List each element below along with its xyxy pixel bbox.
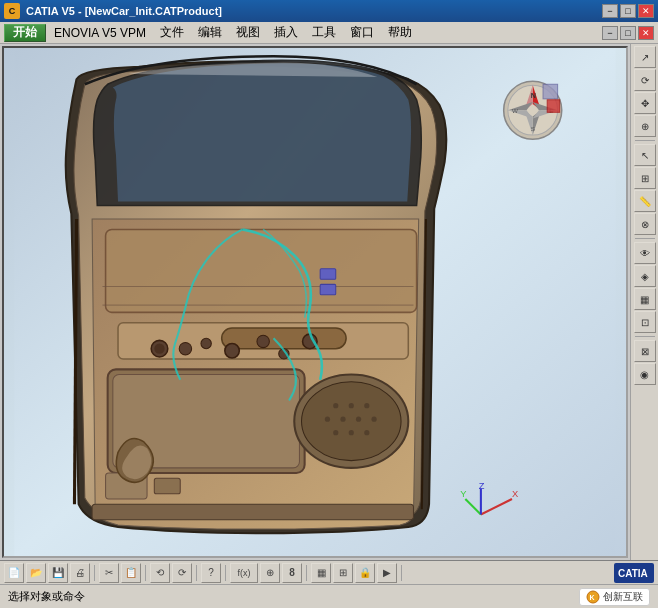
rtool-multi[interactable]: ⊞ (634, 167, 656, 189)
rtool-wire[interactable]: ⊡ (634, 311, 656, 333)
title-bar-text: CATIA V5 - [NewCar_Init.CATProduct] (26, 5, 602, 17)
rtool-select[interactable]: ↖ (634, 144, 656, 166)
btool-grid[interactable]: ▦ (311, 563, 331, 583)
viewport[interactable]: N S W E X Y Z (2, 46, 628, 558)
close-button[interactable]: ✕ (638, 4, 654, 18)
restore-button[interactable]: □ (620, 4, 636, 18)
svg-text:Y: Y (460, 489, 467, 499)
btool-formula[interactable]: f(x) (230, 563, 258, 583)
rtool-sep3 (635, 336, 655, 337)
btool-copy[interactable]: 📋 (121, 563, 141, 583)
svg-point-8 (325, 417, 330, 422)
app-icon: C (4, 3, 20, 19)
btool-sep1 (94, 565, 95, 581)
svg-point-24 (225, 343, 240, 358)
menu-view[interactable]: 视图 (230, 24, 266, 42)
svg-point-11 (372, 417, 377, 422)
svg-point-22 (179, 342, 191, 354)
btool-num[interactable]: 8 (282, 563, 302, 583)
menu-enovia[interactable]: ENOVIA V5 VPM (48, 24, 152, 42)
menu-minimize[interactable]: − (602, 26, 618, 40)
3d-model-svg: N S W E X Y Z (4, 48, 626, 556)
svg-text:W: W (512, 107, 518, 114)
svg-text:N: N (531, 91, 536, 100)
btool-sep3 (196, 565, 197, 581)
btool-snap[interactable]: ⊞ (333, 563, 353, 583)
btool-new[interactable]: 📄 (4, 563, 24, 583)
svg-point-4 (302, 382, 402, 461)
svg-rect-39 (543, 84, 558, 99)
innovation-badge: K 创新互联 (579, 588, 650, 606)
btool-open[interactable]: 📂 (26, 563, 46, 583)
svg-point-21 (154, 343, 164, 353)
svg-text:Z: Z (479, 481, 485, 491)
catia-logo-svg: CATIA (614, 563, 654, 583)
viewport-content: N S W E X Y Z (4, 48, 626, 556)
rtool-shade[interactable]: ▦ (634, 288, 656, 310)
menu-edit[interactable]: 编辑 (192, 24, 228, 42)
minimize-button[interactable]: − (602, 4, 618, 18)
rtool-measure[interactable]: 📏 (634, 190, 656, 212)
badge-text: 创新互联 (603, 590, 643, 604)
svg-point-6 (349, 403, 354, 408)
svg-rect-31 (320, 269, 336, 279)
rtool-iso[interactable]: ◉ (634, 363, 656, 385)
btool-save[interactable]: 💾 (48, 563, 68, 583)
svg-point-7 (364, 403, 369, 408)
svg-text:K: K (590, 594, 595, 601)
svg-rect-40 (547, 100, 559, 112)
btool-redo[interactable]: ⟳ (172, 563, 192, 583)
svg-rect-17 (106, 229, 417, 312)
svg-rect-16 (222, 328, 346, 349)
rtool-section[interactable]: ⊗ (634, 213, 656, 235)
menu-help[interactable]: 帮助 (382, 24, 418, 42)
rtool-arrow[interactable]: ↗ (634, 46, 656, 68)
svg-point-23 (201, 338, 211, 348)
menu-close[interactable]: ✕ (638, 26, 654, 40)
btool-sep4 (225, 565, 226, 581)
rtool-rotate[interactable]: ⟳ (634, 69, 656, 91)
svg-point-9 (340, 417, 345, 422)
svg-point-10 (356, 417, 361, 422)
svg-point-12 (333, 430, 338, 435)
svg-point-13 (349, 430, 354, 435)
svg-text:CATIA: CATIA (618, 568, 648, 579)
svg-text:X: X (512, 489, 519, 499)
rtool-sep2 (635, 238, 655, 239)
menu-insert[interactable]: 插入 (268, 24, 304, 42)
svg-point-25 (257, 335, 269, 347)
btool-cut[interactable]: ✂ (99, 563, 119, 583)
menu-tools[interactable]: 工具 (306, 24, 342, 42)
svg-rect-29 (154, 478, 180, 494)
title-bar-controls: − □ ✕ (602, 4, 654, 18)
svg-point-14 (364, 430, 369, 435)
badge-icon: K (586, 590, 600, 604)
status-bar: 选择对象或命令 K 创新互联 (0, 584, 658, 608)
rtool-pan[interactable]: ✥ (634, 92, 656, 114)
menu-bar: 开始 ENOVIA V5 VPM 文件 编辑 视图 插入 工具 窗口 帮助 − … (0, 22, 658, 44)
menu-file[interactable]: 文件 (154, 24, 190, 42)
svg-point-5 (333, 403, 338, 408)
rtool-sep1 (635, 140, 655, 141)
main-container: N S W E X Y Z (0, 44, 658, 560)
menu-start[interactable]: 开始 (4, 24, 46, 42)
rtool-zoom[interactable]: ⊕ (634, 115, 656, 137)
rtool-fit[interactable]: ⊠ (634, 340, 656, 362)
menu-window[interactable]: 窗口 (344, 24, 380, 42)
btool-sep5 (306, 565, 307, 581)
btool-play[interactable]: ▶ (377, 563, 397, 583)
menu-restore[interactable]: □ (620, 26, 636, 40)
rtool-render[interactable]: ◈ (634, 265, 656, 287)
btool-help[interactable]: ? (201, 563, 221, 583)
svg-rect-30 (92, 504, 413, 520)
right-toolbar: ↗ ⟳ ✥ ⊕ ↖ ⊞ 📏 ⊗ 👁 ◈ ▦ ⊡ ⊠ ◉ (630, 44, 658, 560)
btool-lock[interactable]: 🔒 (355, 563, 375, 583)
btool-undo[interactable]: ⟲ (150, 563, 170, 583)
status-text: 选择对象或命令 (8, 589, 85, 604)
btool-print[interactable]: 🖨 (70, 563, 90, 583)
status-right: K 创新互联 (579, 588, 650, 606)
svg-rect-32 (320, 284, 336, 294)
btool-sep2 (145, 565, 146, 581)
btool-param[interactable]: ⊕ (260, 563, 280, 583)
rtool-hide[interactable]: 👁 (634, 242, 656, 264)
